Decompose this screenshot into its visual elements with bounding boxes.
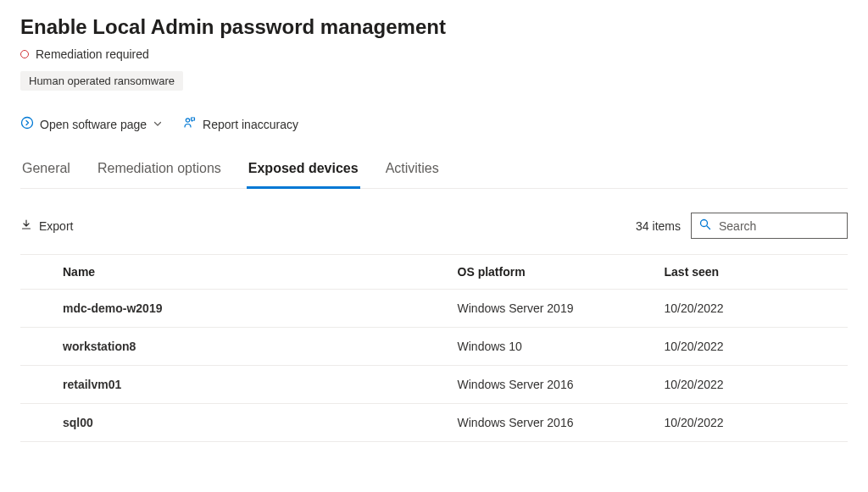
item-count: 34 items [636,219,681,233]
cell-name: mdc-demo-w2019 [20,290,451,328]
table-toolbar: Export 34 items [20,213,848,239]
export-button[interactable]: Export [20,218,73,233]
cell-name: sql00 [20,404,451,442]
col-header-last-seen[interactable]: Last seen [658,255,848,290]
cell-os: Windows Server 2019 [451,290,658,328]
col-header-os[interactable]: OS platform [451,255,658,290]
table-row[interactable]: mdc-demo-w2019 Windows Server 2019 10/20… [20,290,848,328]
svg-point-2 [701,220,708,227]
open-software-page-button[interactable]: Open software page [20,116,163,132]
tab-general[interactable]: General [20,161,72,189]
cell-os: Windows 10 [451,328,658,366]
threat-tag: Human operated ransomware [20,71,183,91]
tab-activities[interactable]: Activities [384,161,441,189]
person-feedback-icon [183,116,197,132]
chevron-down-icon [153,118,163,131]
actions-row: Open software page Report inaccuracy [20,116,848,132]
devices-table: Name OS platform Last seen mdc-demo-w201… [20,254,848,442]
download-icon [20,218,32,233]
status-row: Remediation required [20,47,848,61]
cell-last-seen: 10/20/2022 [658,366,848,404]
tab-exposed-devices[interactable]: Exposed devices [247,161,360,189]
search-icon [698,218,712,234]
table-row[interactable]: sql00 Windows Server 2016 10/20/2022 [20,404,848,442]
table-row[interactable]: workstation8 Windows 10 10/20/2022 [20,328,848,366]
status-text: Remediation required [36,47,149,61]
cell-last-seen: 10/20/2022 [658,404,848,442]
circle-chevron-right-icon [20,116,34,132]
svg-point-0 [22,118,33,129]
table-row[interactable]: retailvm01 Windows Server 2016 10/20/202… [20,366,848,404]
cell-os: Windows Server 2016 [451,404,658,442]
svg-point-1 [186,119,189,122]
open-software-page-label: Open software page [40,118,147,131]
search-input[interactable] [719,219,840,233]
tabs: General Remediation options Exposed devi… [20,161,848,189]
report-inaccuracy-label: Report inaccuracy [203,118,298,131]
tab-remediation-options[interactable]: Remediation options [96,161,223,189]
cell-last-seen: 10/20/2022 [658,290,848,328]
col-header-name[interactable]: Name [20,255,451,290]
report-inaccuracy-button[interactable]: Report inaccuracy [183,116,298,132]
export-label: Export [39,219,73,233]
cell-os: Windows Server 2016 [451,366,658,404]
cell-name: workstation8 [20,328,451,366]
search-box[interactable] [691,213,848,239]
status-circle-icon [20,50,29,58]
table-header-row: Name OS platform Last seen [20,255,848,290]
cell-last-seen: 10/20/2022 [658,328,848,366]
cell-name: retailvm01 [20,366,451,404]
page-title: Enable Local Admin password management [20,15,848,39]
